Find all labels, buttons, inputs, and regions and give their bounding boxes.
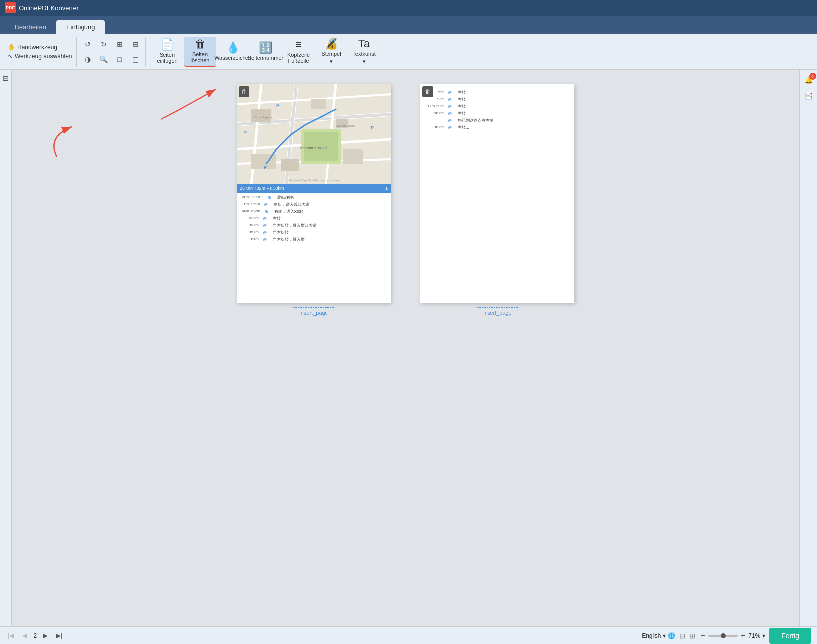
- cursor-icon: ↖: [8, 53, 13, 60]
- zoom-level: 71%: [748, 632, 760, 639]
- dir-row-5: 957m ⊕ 向左折转: [242, 230, 386, 235]
- kopfzeile-fusszeile-button[interactable]: ≡ Kopfzeile Fußzeile: [283, 37, 315, 67]
- layout-button[interactable]: ⊟: [128, 37, 143, 51]
- stempel-button[interactable]: 🔏 Stempel ▾: [316, 37, 347, 67]
- dir2-row-3: 567m ⊕ 右转: [426, 111, 569, 116]
- insert-line-right-2: [519, 313, 574, 313]
- svg-rect-10: [343, 149, 363, 164]
- language-selector[interactable]: English ▾ 🌐: [642, 632, 675, 639]
- view-single-button[interactable]: ⊟: [679, 632, 685, 640]
- seiten-einfuegen-button[interactable]: 📄 Seiten einfügen: [152, 37, 183, 67]
- prev-page-button[interactable]: ◀: [20, 631, 29, 640]
- left-panel-toggle[interactable]: ⊟: [0, 70, 12, 626]
- dir2-icon-0: ⊕: [448, 90, 454, 95]
- redo-button[interactable]: ↻: [96, 37, 111, 51]
- insert-page-2-button[interactable]: insert_page: [476, 307, 519, 318]
- red-arrow-2: [151, 80, 226, 129]
- directions-header: 25 Min 782m Ps 30km 1: [237, 184, 391, 193]
- page-2: 5m ⊕ 右转 72m ⊕ 右转 1km 29m ⊕: [420, 84, 574, 303]
- svg-text:P: P: [244, 130, 247, 135]
- dir2-row-1: 72m ⊕ 右转: [426, 97, 569, 102]
- status-left: |◀ ◀ 2 ▶ ▶|: [6, 631, 64, 640]
- dir2-icon-2: ⊕: [448, 104, 454, 109]
- tab-bar: Bearbeiten Einfügung: [0, 16, 817, 34]
- toggle-panel-icon: ⊟: [2, 74, 9, 83]
- app-title: OnlinePDFKonverter: [19, 4, 79, 12]
- kopfzeile-icon: ≡: [295, 39, 302, 50]
- dir2-icon-1: ⊕: [448, 97, 454, 102]
- textkunst-button[interactable]: Ta Textkunst ▾: [348, 37, 380, 67]
- dir-icon-3: ⊕: [263, 216, 269, 221]
- svg-text:P: P: [276, 103, 279, 108]
- svg-text:© Mapbox © OpenStreetMap  Impr: © Mapbox © OpenStreetMap Improve this ma…: [288, 179, 340, 182]
- next-page-button[interactable]: ▶: [41, 631, 50, 640]
- main-toolbar-buttons: 📄 Seiten einfügen 🗑 Seiten löschen 💧 Was…: [148, 37, 384, 67]
- dir-row-2: 46m 152m ⊕ 右转，进入X034: [242, 209, 386, 214]
- contrast-button[interactable]: ◑: [81, 52, 95, 66]
- seiten-einfuegen-icon: 📄: [161, 39, 174, 50]
- view-double-button[interactable]: ⊞: [689, 632, 695, 640]
- svg-text:Garden House: Garden House: [336, 124, 356, 127]
- svg-text:P: P: [371, 125, 374, 130]
- fertig-button[interactable]: Fertig: [769, 628, 811, 644]
- dir-row-4: 997m ⊕ 向左折转，駛入型江大道: [242, 223, 386, 228]
- grid-view-button[interactable]: ⊞: [112, 37, 127, 51]
- small-buttons-group: ↺ ↻ ⊞ ⊟ ◑ 🔍 □ ▥: [79, 37, 146, 67]
- dir2-row-0: 5m ⊕ 右转: [426, 90, 569, 95]
- seitennummer-icon: 🔢: [259, 42, 272, 53]
- svg-text:Manzone City Hall: Manzone City Hall: [300, 146, 328, 150]
- undo-button[interactable]: ↺: [81, 37, 95, 51]
- canvas-area: 🗑: [12, 70, 799, 626]
- hand-tool-label: Handwerkzeug: [17, 44, 57, 51]
- toolbar: ✋ Handwerkzeug ↖ Werkzeug auswählen ↺ ↻ …: [0, 34, 817, 70]
- dir-icon-5: ⊕: [263, 230, 269, 235]
- dir-row-3: 637m ⊕ 右转: [242, 216, 386, 221]
- page-1-delete-button[interactable]: 🗑: [239, 86, 249, 97]
- select-tool-label: Werkzeug auswählen: [15, 53, 72, 60]
- zoom-thumb: [721, 633, 726, 638]
- globe-icon: 🌐: [668, 632, 675, 639]
- page-2-directions: 5m ⊕ 右转 72m ⊕ 右转 1km 29m ⊕: [420, 84, 574, 136]
- dir2-row-4: ⊕ 您已到达终点在右侧: [426, 118, 569, 123]
- insert-line-left-1: [237, 313, 292, 313]
- dir-icon-0: ⊕: [267, 195, 273, 200]
- status-bar: |◀ ◀ 2 ▶ ▶| English ▾ 🌐 ⊟ ⊞ − + 71% ▾ Fe…: [0, 626, 817, 644]
- dir2-row-2: 1km 29m ⊕ 右转: [426, 104, 569, 109]
- dir2-icon-5: ⊕: [448, 125, 454, 130]
- double-page-button[interactable]: ▥: [128, 52, 143, 66]
- dir-icon-1: ⊕: [264, 202, 270, 207]
- page-1-wrapper: 🗑: [237, 84, 391, 303]
- first-page-button[interactable]: |◀: [6, 631, 16, 640]
- seitennummer-button[interactable]: 🔢 Seitennummer: [250, 37, 282, 67]
- pages-panel-button[interactable]: 📑: [802, 89, 815, 102]
- page-1-map: Manzone City Hall Caca Negada Garden Hou…: [237, 84, 391, 184]
- zoom-slider[interactable]: [708, 635, 738, 637]
- last-page-button[interactable]: ▶|: [54, 631, 64, 640]
- page-2-delete-button[interactable]: 🗑: [422, 86, 433, 97]
- search-button[interactable]: 🔍: [96, 52, 111, 66]
- lang-dropdown-icon: ▾: [663, 632, 666, 639]
- page-1-container: 🗑: [237, 84, 391, 318]
- dir2-icon-4: ⊕: [448, 118, 454, 123]
- notifications-button[interactable]: 🔔 0: [802, 74, 815, 86]
- single-page-button[interactable]: □: [112, 52, 127, 66]
- seiten-loeschen-button[interactable]: 🗑 Seiten löschen: [184, 37, 216, 67]
- current-page-number: 2: [33, 632, 37, 639]
- dir2-row-5: 367m ⊕ 右转...: [426, 125, 569, 130]
- dir-icon-2: ⊕: [264, 209, 270, 214]
- notification-badge: 0: [809, 73, 816, 80]
- logo-icon: PDF: [5, 2, 16, 13]
- zoom-out-button[interactable]: −: [699, 631, 706, 640]
- hand-icon: ✋: [8, 44, 15, 51]
- svg-rect-6: [311, 99, 326, 109]
- page-1-insert-row: insert_page: [237, 307, 391, 318]
- hand-tool-button[interactable]: ✋ Handwerkzeug: [8, 44, 72, 51]
- wasserzeichen-button[interactable]: 💧 Wasserzeichen: [217, 37, 249, 67]
- seiten-loeschen-icon: 🗑: [195, 39, 206, 50]
- select-tool-button[interactable]: ↖ Werkzeug auswählen: [8, 53, 72, 60]
- insert-page-1-button[interactable]: insert_page: [292, 307, 335, 318]
- dir-icon-6: ⊕: [263, 237, 269, 242]
- tab-bearbeiten[interactable]: Bearbeiten: [5, 20, 56, 34]
- zoom-in-button[interactable]: +: [740, 631, 746, 640]
- tab-einfuegung[interactable]: Einfügung: [56, 20, 105, 34]
